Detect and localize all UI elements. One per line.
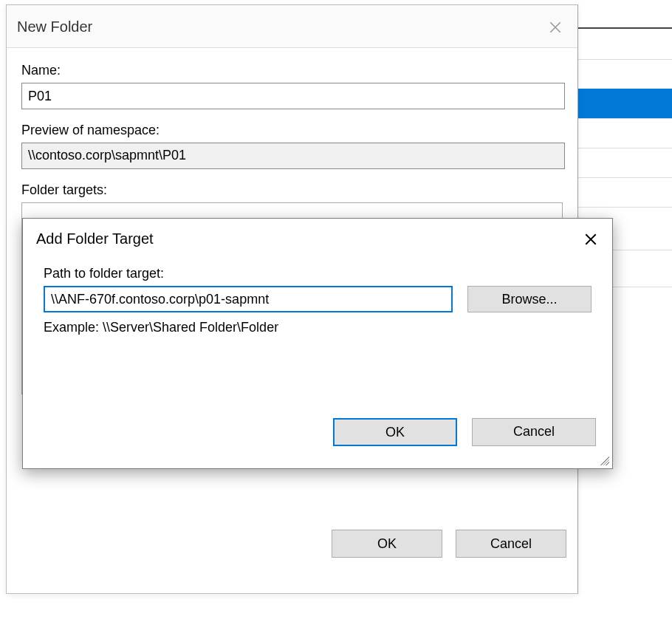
name-input[interactable] [21, 83, 565, 109]
ok-button[interactable]: OK [333, 418, 457, 446]
preview-label: Preview of namespace: [21, 123, 563, 138]
path-label: Path to folder target: [44, 266, 592, 281]
close-icon[interactable] [574, 225, 608, 254]
add-folder-target-titlebar[interactable]: Add Folder Target [23, 219, 612, 260]
background-selection-row [577, 89, 672, 118]
resize-grip-icon[interactable] [597, 454, 609, 465]
ok-button[interactable]: OK [332, 530, 442, 558]
cancel-button[interactable]: Cancel [456, 530, 566, 558]
browse-button[interactable]: Browse... [467, 286, 592, 312]
close-icon[interactable] [541, 14, 570, 41]
example-text: Example: \\Server\Shared Folder\Folder [44, 320, 592, 335]
preview-readonly: \\contoso.corp\sapmnt\P01 [21, 143, 565, 169]
new-folder-titlebar[interactable]: New Folder [7, 5, 577, 48]
cancel-button[interactable]: Cancel [472, 418, 596, 446]
name-label: Name: [21, 63, 563, 78]
new-folder-title: New Folder [17, 18, 92, 35]
targets-label: Folder targets: [21, 182, 563, 198]
path-input[interactable] [44, 286, 453, 312]
add-folder-target-title: Add Folder Target [36, 230, 154, 247]
add-folder-target-dialog: Add Folder Target Path to folder target:… [22, 218, 613, 469]
